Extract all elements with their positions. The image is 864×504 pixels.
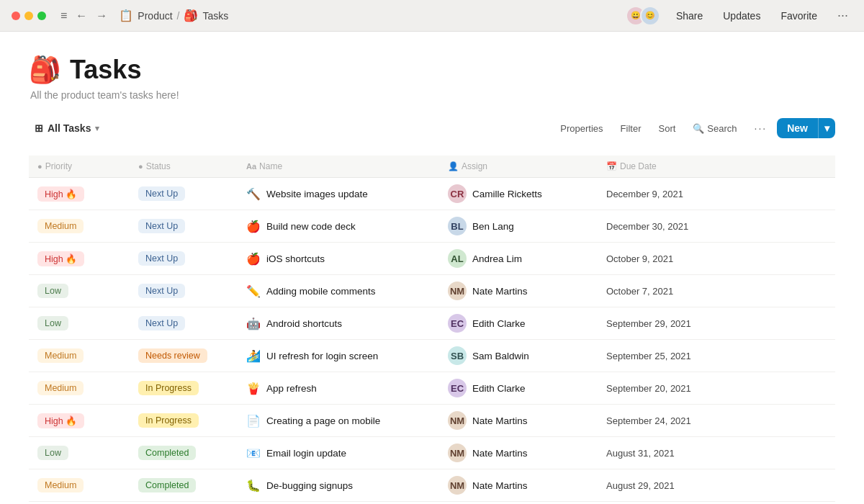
assignee-name: Ben Lang: [472, 221, 514, 232]
new-button-label: New: [777, 118, 818, 138]
forward-button[interactable]: →: [93, 8, 110, 24]
table-more-options-button[interactable]: ···: [747, 119, 775, 138]
due-date-cell: September 24, 2021: [598, 405, 835, 437]
status-cell: In Progress: [130, 405, 238, 437]
table-row[interactable]: High 🔥Next Up🍎iOS shortcutsALAndrea LimO…: [29, 243, 835, 275]
view-selector[interactable]: ⊞ All Tasks ▾: [29, 120, 105, 137]
task-name-label: UI refresh for login screen: [266, 351, 378, 361]
assign-cell: CRCamille Ricketts: [439, 178, 598, 210]
hamburger-icon[interactable]: ≡: [58, 8, 70, 24]
avatar: NM: [448, 476, 467, 495]
priority-cell: Low: [29, 275, 130, 307]
page-subtitle: All the product team's tasks here!: [30, 89, 835, 101]
due-date-cell: December 9, 2021: [598, 178, 835, 210]
assign-cell: SBSam Baldwin: [439, 340, 598, 372]
filter-button[interactable]: Filter: [613, 120, 649, 138]
filter-label: Filter: [621, 123, 642, 134]
new-button-chevron-icon[interactable]: ▾: [818, 118, 835, 138]
status-badge: In Progress: [138, 381, 199, 395]
assignee-name: Nate Martins: [472, 448, 528, 459]
status-badge: Next Up: [138, 186, 185, 201]
share-button[interactable]: Share: [672, 9, 707, 23]
priority-cell: Low: [29, 437, 130, 469]
task-name-cell[interactable]: 🐛De-bugging signups: [238, 469, 439, 502]
table-row[interactable]: LowNext Up✏️Adding mobile commentsNMNate…: [29, 275, 835, 307]
task-name-cell[interactable]: 📧Email login update: [238, 437, 439, 469]
priority-badge: Medium: [37, 219, 84, 233]
breadcrumb-parent[interactable]: Product: [138, 10, 172, 22]
column-header-assign[interactable]: 👤 Assign: [439, 156, 598, 178]
task-name-cell[interactable]: 📄Creating a page on mobile: [238, 405, 439, 437]
more-options-button[interactable]: ···: [833, 6, 852, 24]
new-button[interactable]: New ▾: [777, 118, 835, 138]
task-name-label: Adding mobile comments: [266, 286, 376, 297]
nav-icons: ≡ ← →: [58, 8, 110, 24]
updates-button[interactable]: Updates: [719, 9, 765, 23]
task-name-cell[interactable]: ✏️Adding mobile comments: [238, 275, 439, 307]
column-header-name[interactable]: Aa Name: [238, 156, 439, 178]
due-date-cell: September 29, 2021: [598, 307, 835, 340]
favorite-button[interactable]: Favorite: [776, 9, 822, 23]
titlebar-actions: 😀 😊 Share Updates Favorite ···: [626, 6, 852, 26]
table-row[interactable]: High 🔥Next Up🔨Website images updateCRCam…: [29, 178, 835, 210]
search-button[interactable]: 🔍 Search: [685, 120, 744, 138]
avatar-2: 😊: [640, 6, 660, 26]
table-row[interactable]: High 🔥In Progress📄Creating a page on mob…: [29, 405, 835, 437]
table-row[interactable]: LowNext Up🤖Android shortcutsECEdith Clar…: [29, 307, 835, 340]
close-button[interactable]: [12, 12, 20, 20]
name-col-icon: Aa: [246, 162, 256, 171]
back-button[interactable]: ←: [73, 8, 90, 24]
due-date-value: September 20, 2021: [606, 383, 691, 394]
due-date-cell: September 20, 2021: [598, 372, 835, 405]
status-cell: In Progress: [130, 372, 238, 405]
table-row[interactable]: MediumNext Up🍎Build new code deckBLBen L…: [29, 210, 835, 243]
column-header-status[interactable]: ● Status: [130, 156, 238, 178]
priority-cell: High 🔥: [29, 405, 130, 437]
priority-cell: High 🔥: [29, 243, 130, 275]
status-badge: Next Up: [138, 284, 185, 298]
chevron-down-icon: ▾: [95, 124, 99, 133]
column-header-duedate[interactable]: 📅 Due Date: [598, 156, 835, 178]
minimize-button[interactable]: [24, 12, 33, 20]
priority-badge: High 🔥: [37, 251, 84, 266]
tasks-table: ● Priority ● Status Aa Name: [29, 156, 835, 502]
avatar: CR: [448, 184, 467, 203]
priority-col-label: Priority: [45, 161, 72, 171]
assign-cell: NMNate Martins: [439, 437, 598, 469]
properties-button[interactable]: Properties: [553, 120, 610, 138]
priority-cell: Medium: [29, 469, 130, 502]
task-name-cell[interactable]: 🍎Build new code deck: [238, 210, 439, 243]
collaborator-avatars: 😀 😊: [626, 6, 660, 26]
table-row[interactable]: LowCompleted📧Email login updateNMNate Ma…: [29, 437, 835, 469]
sort-label: Sort: [658, 123, 675, 134]
breadcrumb-current[interactable]: Tasks: [202, 10, 228, 22]
page-header: 🎒 Tasks All the product team's tasks her…: [29, 55, 835, 101]
task-name-cell[interactable]: 🏄UI refresh for login screen: [238, 340, 439, 372]
status-badge: In Progress: [138, 413, 199, 428]
assign-col-label: Assign: [462, 161, 487, 171]
maximize-button[interactable]: [37, 12, 46, 20]
avatar: EC: [448, 379, 467, 397]
priority-badge: Low: [37, 284, 68, 298]
page-icon: 🎒: [29, 55, 61, 85]
priority-cell: Medium: [29, 210, 130, 243]
table-row[interactable]: MediumCompleted🐛De-bugging signupsNMNate…: [29, 469, 835, 502]
table-row[interactable]: MediumIn Progress🍟App refreshECEdith Cla…: [29, 372, 835, 405]
task-emoji-icon: 🔨: [246, 187, 261, 201]
toolbar: ⊞ All Tasks ▾ Properties Filter Sort 🔍 S…: [29, 118, 835, 144]
breadcrumb-separator: /: [177, 10, 180, 22]
table-row[interactable]: MediumNeeds review🏄UI refresh for login …: [29, 340, 835, 372]
page-title: Tasks: [70, 55, 141, 85]
status-col-label: Status: [146, 161, 171, 171]
avatar: AL: [448, 249, 467, 268]
assign-cell: NMNate Martins: [439, 405, 598, 437]
sort-button[interactable]: Sort: [651, 120, 683, 138]
task-name-cell[interactable]: 🤖Android shortcuts: [238, 307, 439, 340]
column-header-priority[interactable]: ● Priority: [29, 156, 130, 178]
duedate-col-icon: 📅: [606, 161, 617, 171]
task-name-cell[interactable]: 🍟App refresh: [238, 372, 439, 405]
task-name-cell[interactable]: 🍎iOS shortcuts: [238, 243, 439, 275]
task-name-cell[interactable]: 🔨Website images update: [238, 178, 439, 210]
task-name-label: Android shortcuts: [266, 318, 342, 329]
priority-badge: Low: [37, 316, 68, 330]
